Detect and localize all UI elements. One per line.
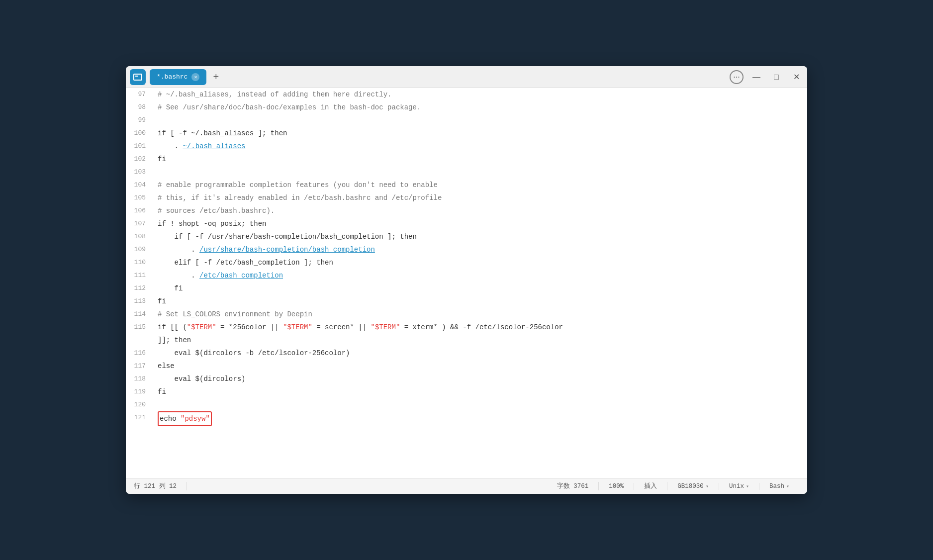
app-icon [130,69,146,85]
status-lang-dropdown[interactable]: Bash ▾ [759,483,799,490]
line-number: 114 [126,308,154,321]
line-content: if ! shopt -oq posix; then [154,217,807,230]
line-number: 100 [126,127,154,140]
line-number: 115 [126,321,154,334]
table-row: 120 [126,398,807,411]
line-content: ]]; then [154,334,807,347]
status-col: 列 12 [159,483,177,490]
line-number: 97 [126,88,154,101]
table-row: 102 fi [126,153,807,166]
code-token: # sources /etc/bash.bashrc). [158,207,275,215]
code-area[interactable]: 97 # ~/.bash_aliases, instead of adding … [126,88,807,478]
status-bar: 行 121 列 12 字数 3761 100% 插入 GB18030 ▾ Uni… [126,478,807,494]
code-table: 97 # ~/.bash_aliases, instead of adding … [126,88,807,426]
chevron-down-icon: ▾ [746,483,749,489]
line-content: if [[ ("$TERM" = *256color || "$TERM" = … [154,321,807,334]
code-token: "$TERM" [371,323,400,331]
line-content: fi [154,295,807,308]
line-content: elif [ -f /etc/bash_completion ]; then [154,256,807,269]
chevron-down-icon: ▾ [706,483,709,489]
line-content: eval $(dircolors -b /etc/lscolor-256colo… [154,347,807,360]
line-content: # ~/.bash_aliases, instead of adding the… [154,88,807,101]
editor-body: 97 # ~/.bash_aliases, instead of adding … [126,88,807,478]
table-row: 100 if [ -f ~/.bash_aliases ]; then [126,127,807,140]
line-number: 108 [126,230,154,243]
table-row: 104 # enable programmable completion fea… [126,179,807,191]
table-row: 112 fi [126,282,807,295]
line-number: 106 [126,204,154,217]
line-content: echo "pdsyw" [154,411,807,426]
table-row: 110 elif [ -f /etc/bash_completion ]; th… [126,256,807,269]
title-bar: *.bashrc ✕ + ··· — □ ✕ [126,66,807,88]
line-number: 104 [126,179,154,191]
editor-window: *.bashrc ✕ + ··· — □ ✕ 97 [126,66,807,494]
line-number: 111 [126,269,154,282]
table-row: 101 . ~/.bash_aliases [126,140,807,153]
status-line-ending-dropdown[interactable]: Unix ▾ [719,483,759,490]
maximize-button[interactable]: □ [769,70,783,84]
status-lang-label: Bash [769,483,784,490]
tab-label: *.bashrc [157,73,187,81]
status-line: 行 121 [134,483,155,490]
status-encoding-dropdown[interactable]: GB18030 ▾ [667,483,719,490]
code-token: # enable programmable completion feature… [158,181,438,189]
code-token: # Set LS_COLORS environment by Deepin [158,310,312,318]
add-tab-button[interactable]: + [208,70,223,85]
table-row: 114 # Set LS_COLORS environment by Deepi… [126,308,807,321]
line-content: fi [154,282,807,295]
line-content: fi [154,153,807,166]
line-content: eval $(dircolors) [154,373,807,385]
line-number: 110 [126,256,154,269]
line-content: . /etc/bash_completion [154,269,807,282]
status-insert: 插入 [634,482,667,490]
highlighted-code: echo "pdsyw" [158,411,212,426]
more-options-icon: ··· [733,73,740,82]
code-link: ~/.bash_aliases [183,142,245,150]
line-number: 99 [126,114,154,127]
table-row: 117 else [126,360,807,373]
table-row: 105 # this, if it's already enabled in /… [126,191,807,204]
status-zoom: 100% [599,483,634,490]
status-encoding-label: GB18030 [677,483,704,490]
line-number: 116 [126,347,154,360]
table-row: 119 fi [126,385,807,398]
minimize-button[interactable]: — [749,70,763,84]
line-number: 112 [126,282,154,295]
line-content: if [ -f ~/.bash_aliases ]; then [154,127,807,140]
line-number: 98 [126,101,154,114]
line-number: 101 [126,140,154,153]
line-content [154,398,807,411]
line-content: . ~/.bash_aliases [154,140,807,153]
code-link: /etc/bash_completion [199,272,283,280]
code-string: "pdsyw" [181,415,210,423]
code-token: # See /usr/share/doc/bash-doc/examples i… [158,103,421,111]
table-row: 109 . /usr/share/bash-completion/bash_co… [126,243,807,256]
line-number: 105 [126,191,154,204]
line-number: 119 [126,385,154,398]
line-number: 103 [126,166,154,179]
close-icon: ✕ [793,72,800,82]
line-content: . /usr/share/bash-completion/bash_comple… [154,243,807,256]
code-token: "$TERM" [187,323,216,331]
tab-bashrc[interactable]: *.bashrc ✕ [150,69,206,85]
table-row: 111 . /etc/bash_completion [126,269,807,282]
line-number: 107 [126,217,154,230]
line-content: # this, if it's already enabled in /etc/… [154,191,807,204]
table-row: 99 [126,114,807,127]
code-link: /usr/share/bash-completion/bash_completi… [199,246,375,254]
line-content: fi [154,385,807,398]
more-options-button[interactable]: ··· [730,70,744,84]
app-icon-inner [133,74,142,81]
status-chars: 字数 3761 [547,482,599,490]
tab-close-button[interactable]: ✕ [191,73,199,81]
line-content: # sources /etc/bash.bashrc). [154,204,807,217]
table-row: 108 if [ -f /usr/share/bash-completion/b… [126,230,807,243]
window-controls: ··· — □ ✕ [730,70,803,84]
close-button[interactable]: ✕ [789,70,803,84]
minimize-icon: — [752,73,760,82]
code-token: # ~/.bash_aliases, instead of adding the… [158,91,391,98]
line-content: # See /usr/share/doc/bash-doc/examples i… [154,101,807,114]
line-number: 117 [126,360,154,373]
line-content: else [154,360,807,373]
table-row: 116 eval $(dircolors -b /etc/lscolor-256… [126,347,807,360]
